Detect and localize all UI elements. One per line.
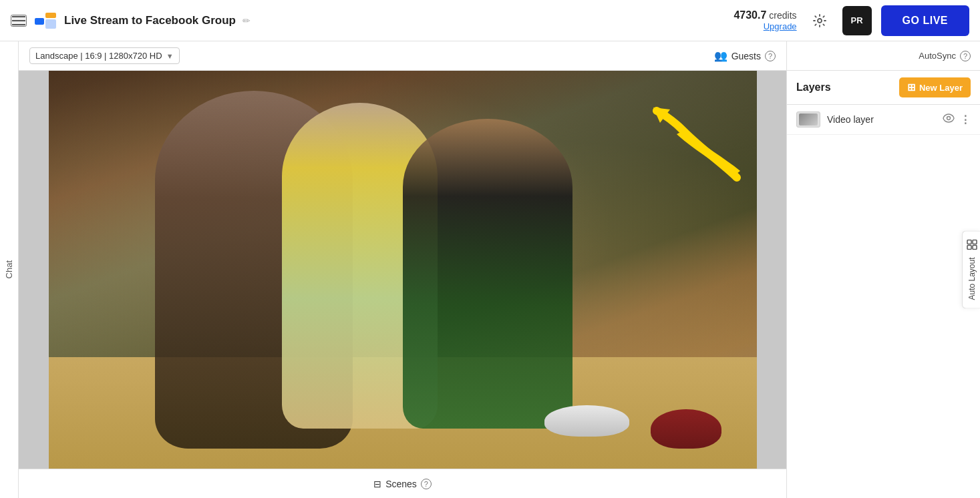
svg-rect-2 xyxy=(45,19,56,29)
autosync-label: AutoSync xyxy=(919,51,956,61)
svg-rect-1 xyxy=(45,13,56,18)
new-layer-label: New Layer xyxy=(919,83,963,93)
stream-title: Live Stream to Facebook Group xyxy=(64,14,236,27)
center-content: Landscape | 16:9 | 1280x720 HD ▼ 👥 Guest… xyxy=(19,41,786,498)
svg-rect-7 xyxy=(967,240,971,244)
svg-rect-9 xyxy=(967,245,971,249)
person-silhouette-3 xyxy=(403,119,573,429)
credits-block: 4730.7 credits Upgrade xyxy=(733,9,796,31)
user-avatar-button[interactable]: PR xyxy=(842,6,872,35)
svg-rect-10 xyxy=(973,245,977,249)
autosync-help-icon[interactable]: ? xyxy=(960,51,971,61)
new-layer-button[interactable]: ⊞ New Layer xyxy=(899,77,971,97)
autosync-bar: AutoSync ? xyxy=(787,41,980,71)
svg-rect-8 xyxy=(973,240,977,244)
go-live-button[interactable]: GO LIVE xyxy=(881,5,969,36)
video-canvas-wrapper xyxy=(19,71,786,469)
auto-layout-icon xyxy=(967,239,977,252)
layer-actions: ⋮ xyxy=(943,113,971,126)
guests-help-icon[interactable]: ? xyxy=(765,51,776,61)
settings-button[interactable] xyxy=(806,7,833,34)
top-toolbar: Landscape | 16:9 | 1280x720 HD ▼ 👥 Guest… xyxy=(19,41,786,71)
scenes-help-icon[interactable]: ? xyxy=(421,479,432,489)
video-background xyxy=(49,71,757,469)
credits-amount: 4730.7 xyxy=(733,9,766,21)
scenes-label: Scenes xyxy=(385,479,417,489)
layers-header: Layers ⊞ New Layer xyxy=(787,71,980,105)
scenes-button[interactable]: ⊟ Scenes ? xyxy=(373,479,432,489)
video-canvas[interactable] xyxy=(49,71,757,469)
bowl-1 xyxy=(544,405,629,437)
svg-point-3 xyxy=(37,19,42,24)
chat-label: Chat xyxy=(4,260,14,278)
logo xyxy=(33,9,57,33)
bowl-2 xyxy=(651,409,721,449)
chat-panel[interactable]: Chat xyxy=(0,41,19,498)
upgrade-link[interactable]: Upgrade xyxy=(764,21,797,31)
plus-icon: ⊞ xyxy=(907,81,916,93)
svg-point-4 xyxy=(818,19,822,23)
layer-more-options-icon[interactable]: ⋮ xyxy=(960,113,971,126)
main-area: Chat Landscape | 16:9 | 1280x720 HD ▼ 👥 … xyxy=(0,41,980,498)
scenes-icon: ⊟ xyxy=(373,479,381,489)
auto-layout-tab[interactable]: Auto Layout xyxy=(962,230,980,308)
bottom-toolbar: ⊟ Scenes ? xyxy=(19,469,786,498)
header-right: 4730.7 credits Upgrade PR GO LIVE xyxy=(733,5,969,36)
edit-title-icon[interactable]: ✏ xyxy=(242,15,251,26)
credits-label: credits xyxy=(769,10,796,21)
auto-layout-label: Auto Layout xyxy=(967,257,977,300)
guests-button[interactable]: 👥 Guests ? xyxy=(714,49,776,62)
right-panel: AutoSync ? Layers ⊞ New Layer Video laye… xyxy=(786,41,980,498)
visibility-toggle-icon[interactable] xyxy=(943,113,955,126)
hamburger-menu-button[interactable] xyxy=(11,15,27,27)
layer-thumbnail xyxy=(796,111,820,128)
layer-name: Video layer xyxy=(827,114,936,125)
resolution-label: Landscape | 16:9 | 1280x720 HD xyxy=(35,51,162,61)
layer-item[interactable]: Video layer ⋮ xyxy=(787,105,980,135)
chevron-down-icon: ▼ xyxy=(166,52,174,60)
layer-thumb-inner xyxy=(799,113,818,126)
header-left: Live Stream to Facebook Group ✏ xyxy=(11,9,725,33)
guests-label: Guests xyxy=(731,51,761,61)
svg-point-6 xyxy=(947,117,951,120)
resolution-dropdown[interactable]: Landscape | 16:9 | 1280x720 HD ▼ xyxy=(29,47,180,64)
guests-icon: 👥 xyxy=(714,49,727,62)
layers-title: Layers xyxy=(796,81,831,93)
header: Live Stream to Facebook Group ✏ 4730.7 c… xyxy=(0,0,980,41)
